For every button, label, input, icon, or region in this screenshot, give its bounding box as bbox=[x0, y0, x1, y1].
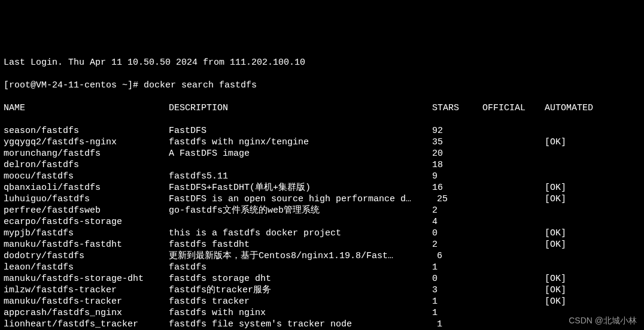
cell-description: fastdfs file system's tracker node bbox=[169, 319, 432, 330]
cell-automated: [OK] bbox=[545, 137, 566, 148]
cell-stars: 1 bbox=[432, 262, 482, 273]
cell-official bbox=[482, 262, 545, 273]
cell-name: ecarpo/fastdfs-storage bbox=[4, 216, 169, 228]
header-description: DESCRIPTION bbox=[169, 102, 432, 114]
cell-name: manuku/fastdfs-fastdht bbox=[4, 239, 169, 250]
cell-official bbox=[482, 284, 545, 296]
cell-official bbox=[482, 205, 545, 216]
header-stars: STARS bbox=[432, 102, 482, 114]
cell-stars: 1 bbox=[432, 296, 482, 307]
cell-description: fastdfs fastdht bbox=[169, 239, 432, 250]
cell-stars: 2 bbox=[432, 239, 482, 250]
login-line: Last Login. Thu Apr 11 10.50.50 2024 fro… bbox=[4, 57, 640, 68]
cell-stars: 4 bbox=[432, 216, 482, 228]
cell-name: qbanxiaoli/fastdfs bbox=[4, 182, 169, 193]
cell-stars: 1 bbox=[432, 319, 482, 330]
cell-name: imlzw/fastdfs-tracker bbox=[4, 284, 169, 296]
cell-official bbox=[482, 319, 545, 330]
table-row: manuku/fastdfs-fastdhtfastdfs fastdht2[O… bbox=[4, 239, 640, 250]
table-row: morunchang/fastdfsA FastDFS image20 bbox=[4, 148, 640, 159]
cell-description: FastDFS+FastDHT(单机+集群版) bbox=[169, 182, 432, 193]
table-row: dodotry/fastdfs更新到最新版本，基于Centos8/nginx1.… bbox=[4, 250, 640, 262]
cell-name: dodotry/fastdfs bbox=[4, 250, 169, 262]
cell-official bbox=[482, 193, 545, 205]
cell-name: delron/fastdfs bbox=[4, 159, 169, 171]
cell-official bbox=[482, 296, 545, 307]
cell-description: fastdfs storage dht bbox=[169, 273, 432, 284]
cell-name: appcrash/fastdfs_nginx bbox=[4, 307, 169, 319]
cell-stars: 9 bbox=[432, 171, 482, 182]
cell-description: fastdfs5.11 bbox=[169, 171, 432, 182]
cell-official bbox=[482, 182, 545, 193]
cell-name: season/fastdfs bbox=[4, 125, 169, 137]
cell-stars: 0 bbox=[432, 228, 482, 239]
table-row: qbanxiaoli/fastdfsFastDFS+FastDHT(单机+集群版… bbox=[4, 182, 640, 193]
cell-description: fastdfs with nginx bbox=[169, 307, 432, 319]
cell-description: fastdfs tracker bbox=[169, 296, 432, 307]
command-line: [root@VM-24-11-centos ~]# docker search … bbox=[4, 80, 640, 91]
table-rows: season/fastdfsFastDFS92ygqygq2/fastdfs-n… bbox=[4, 125, 640, 330]
cell-name: manuku/fastdfs-tracker bbox=[4, 296, 169, 307]
table-row: perfree/fastdfswebgo-fastdfs文件系统的web管理系统… bbox=[4, 205, 640, 216]
table-row: manuku/fastdfs-trackerfastdfs tracker1[O… bbox=[4, 296, 640, 307]
cell-stars: 35 bbox=[432, 137, 482, 148]
cell-description: 更新到最新版本，基于Centos8/nginx1.19.8/Fast… bbox=[169, 250, 432, 262]
cell-description bbox=[169, 159, 432, 171]
cell-stars: 0 bbox=[432, 273, 482, 284]
header-automated: AUTOMATED bbox=[545, 102, 593, 114]
cell-description: fastdfs with nginx/tengine bbox=[169, 137, 432, 148]
terminal-output[interactable]: Last Login. Thu Apr 11 10.50.50 2024 fro… bbox=[4, 46, 640, 330]
header-official: OFFICIAL bbox=[482, 102, 545, 114]
cell-stars: 25 bbox=[432, 193, 482, 205]
cell-name: morunchang/fastdfs bbox=[4, 148, 169, 159]
cell-description: go-fastdfs文件系统的web管理系统 bbox=[169, 205, 432, 216]
cell-automated: [OK] bbox=[545, 228, 566, 239]
table-row: season/fastdfsFastDFS92 bbox=[4, 125, 640, 137]
cell-official bbox=[482, 239, 545, 250]
prompt: [root@VM-24-11-centos ~]# bbox=[4, 80, 144, 90]
table-row: ygqygq2/fastdfs-nginxfastdfs with nginx/… bbox=[4, 137, 640, 148]
cell-automated: [OK] bbox=[545, 273, 566, 284]
header-name: NAME bbox=[4, 102, 169, 114]
cell-official bbox=[482, 250, 545, 262]
cell-description: fastdfs的tracker服务 bbox=[169, 284, 432, 296]
watermark: CSDN @北城小林 bbox=[569, 315, 637, 326]
cell-official bbox=[482, 273, 545, 284]
cell-official bbox=[482, 171, 545, 182]
cell-description: fastdfs bbox=[169, 262, 432, 273]
table-row: ecarpo/fastdfs-storage4 bbox=[4, 216, 640, 228]
cell-name: mypjb/fastdfs bbox=[4, 228, 169, 239]
table-row: manuku/fastdfs-storage-dhtfastdfs storag… bbox=[4, 273, 640, 284]
cell-name: lionheart/fastdfs_tracker bbox=[4, 319, 169, 330]
cell-description: A FastDFS image bbox=[169, 148, 432, 159]
typed-command: docker search fastdfs bbox=[144, 80, 257, 90]
cell-description: this is a fastdfs docker project bbox=[169, 228, 432, 239]
cell-official bbox=[482, 228, 545, 239]
cell-official bbox=[482, 216, 545, 228]
cell-automated: [OK] bbox=[545, 239, 566, 250]
cell-name: moocu/fastdfs bbox=[4, 171, 169, 182]
cell-official bbox=[482, 125, 545, 137]
cell-name: leaon/fastdfs bbox=[4, 262, 169, 273]
cell-automated: [OK] bbox=[545, 284, 566, 296]
cell-name: manuku/fastdfs-storage-dht bbox=[4, 273, 169, 284]
cell-stars: 2 bbox=[432, 205, 482, 216]
cell-name: luhuiguo/fastdfs bbox=[4, 193, 169, 205]
table-row: lionheart/fastdfs_trackerfastdfs file sy… bbox=[4, 319, 640, 330]
table-row: moocu/fastdfsfastdfs5.119 bbox=[4, 171, 640, 182]
cell-official bbox=[482, 307, 545, 319]
cell-stars: 16 bbox=[432, 182, 482, 193]
cell-stars: 1 bbox=[432, 307, 482, 319]
cell-official bbox=[482, 148, 545, 159]
cell-official bbox=[482, 159, 545, 171]
cell-stars: 6 bbox=[432, 250, 482, 262]
table-row: delron/fastdfs18 bbox=[4, 159, 640, 171]
cell-name: ygqygq2/fastdfs-nginx bbox=[4, 137, 169, 148]
table-row: mypjb/fastdfsthis is a fastdfs docker pr… bbox=[4, 228, 640, 239]
cell-automated: [OK] bbox=[545, 182, 566, 193]
cell-description: FastDFS is an open source high performan… bbox=[169, 193, 432, 205]
cell-name: perfree/fastdfsweb bbox=[4, 205, 169, 216]
cell-description bbox=[169, 216, 432, 228]
table-header: NAME DESCRIPTION STARS OFFICIAL AUTOMATE… bbox=[4, 102, 640, 114]
table-row: imlzw/fastdfs-trackerfastdfs的tracker服务3[… bbox=[4, 284, 640, 296]
